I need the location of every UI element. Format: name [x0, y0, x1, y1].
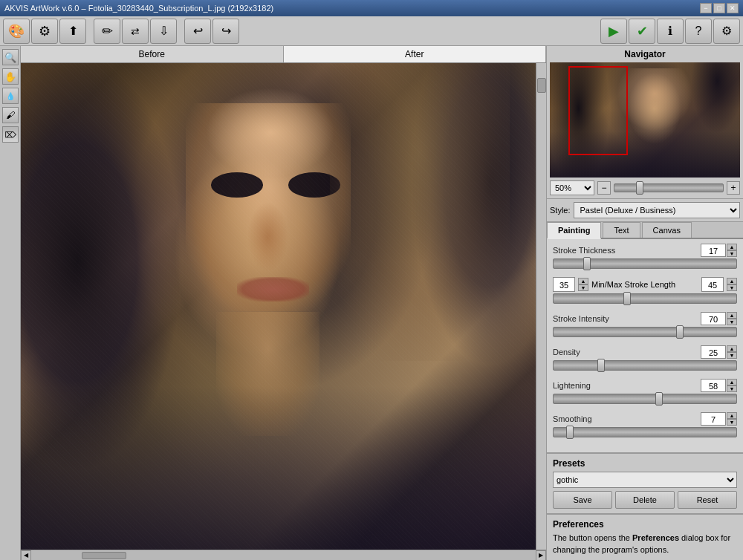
stroke-length-max-value[interactable]: 45	[701, 277, 724, 292]
zoom-tool[interactable]: 🔍	[2, 49, 19, 65]
density-value-box: 25 ▲ ▼	[701, 345, 737, 359]
canvas-viewport: ◀ ▶	[21, 63, 546, 560]
preferences-text-before: The button opens the	[553, 533, 632, 542]
reset-preset-button[interactable]: Reset	[678, 491, 737, 509]
presets-select[interactable]: gothic	[553, 472, 737, 488]
batch-button[interactable]: ⚙	[31, 19, 58, 44]
share-button[interactable]: ⬆	[59, 19, 86, 44]
check-button[interactable]: ✔	[629, 19, 655, 44]
stroke-thickness-down[interactable]: ▼	[727, 250, 737, 257]
scroll-left-arrow[interactable]: ◀	[21, 550, 31, 561]
density-value[interactable]: 25	[701, 345, 726, 359]
minmax-row: 35 ▲ ▼ Min/Max Stroke Length 45 ▲ ▼	[553, 277, 737, 292]
lightening-param: Lightening 58 ▲ ▼	[553, 379, 737, 406]
brush-button[interactable]: ✏	[94, 19, 120, 44]
density-slider[interactable]	[553, 360, 737, 371]
preferences-text: The button opens the Preferences dialog …	[553, 533, 737, 556]
presets-title: Presets	[553, 458, 737, 469]
stroke-length-min-up[interactable]: ▲	[578, 278, 588, 284]
style-label: Style:	[550, 206, 571, 215]
stroke-intensity-label: Stroke Intensity	[553, 314, 609, 323]
style-row: Style: Pastel (Deluxe / Business)	[547, 199, 743, 222]
maximize-button[interactable]: □	[713, 3, 725, 13]
eyedropper-tool[interactable]: 💧	[2, 88, 19, 104]
delete-preset-button[interactable]: Delete	[615, 491, 675, 509]
help-button[interactable]: ?	[685, 19, 712, 44]
zoom-minus-button[interactable]: −	[597, 181, 611, 195]
paint-tool[interactable]: 🖌	[2, 107, 19, 123]
save-preset-button[interactable]: Save	[553, 491, 612, 509]
titlebar-controls: − □ ✕	[700, 3, 739, 13]
stroke-intensity-spinners: ▲ ▼	[727, 312, 737, 325]
hand-tool[interactable]: ✋	[2, 68, 19, 85]
scrollbar-horizontal[interactable]: ◀ ▶	[21, 550, 546, 560]
smoothing-param: Smoothing 7 ▲ ▼	[553, 412, 737, 440]
stroke-length-max-spinners: ▲ ▼	[727, 278, 737, 291]
stroke-thickness-spinners: ▲ ▼	[727, 244, 737, 257]
stroke-intensity-value[interactable]: 70	[701, 312, 726, 325]
stroke-length-min-value[interactable]: 35	[553, 277, 575, 292]
close-button[interactable]: ✕	[727, 3, 739, 13]
eraser-tool[interactable]: ⌫	[2, 126, 19, 143]
smoothing-value[interactable]: 7	[701, 412, 726, 426]
tab-canvas[interactable]: Canvas	[642, 222, 692, 238]
stroke-intensity-up[interactable]: ▲	[727, 312, 737, 319]
presets-section: Presets gothic Save Delete Reset	[547, 452, 743, 513]
stroke-length-max-down[interactable]: ▼	[727, 284, 737, 291]
smoothing-down[interactable]: ▼	[727, 419, 737, 426]
stroke-length-param: 35 ▲ ▼ Min/Max Stroke Length 45 ▲ ▼	[553, 277, 737, 306]
stroke-length-slider[interactable]	[553, 293, 737, 304]
density-down[interactable]: ▼	[727, 352, 737, 359]
style-select[interactable]: Pastel (Deluxe / Business)	[574, 202, 740, 218]
density-up[interactable]: ▲	[727, 345, 737, 352]
canvas-tabs: Before After	[21, 46, 546, 63]
info-button[interactable]: ℹ	[657, 19, 684, 44]
navigator-title: Navigator	[550, 49, 740, 59]
tab-painting[interactable]: Painting	[547, 222, 601, 239]
settings-button[interactable]: ⚙	[713, 19, 740, 44]
toolbar: 🎨 ⚙ ⬆ ✏ ⇄ ⇩ ↩ ↪ ▶ ✔ ℹ ? ⚙	[0, 16, 743, 46]
smoothing-up[interactable]: ▲	[727, 412, 737, 419]
lightening-down[interactable]: ▼	[727, 385, 737, 392]
apply-button[interactable]: ⇩	[150, 19, 177, 44]
stroke-intensity-slider[interactable]	[553, 327, 737, 337]
stroke-length-label: Min/Max Stroke Length	[591, 280, 698, 289]
tab-before[interactable]: Before	[21, 46, 284, 62]
run-button[interactable]: ▶	[600, 19, 627, 44]
tab-text[interactable]: Text	[603, 222, 640, 238]
nav-viewport-box[interactable]	[568, 66, 628, 155]
lightening-up[interactable]: ▲	[727, 379, 737, 385]
lightening-label: Lightening	[553, 381, 591, 390]
lightening-value[interactable]: 58	[701, 379, 726, 392]
stroke-intensity-down[interactable]: ▼	[727, 319, 737, 325]
zoom-plus-button[interactable]: +	[727, 181, 740, 195]
navigator-preview	[550, 62, 740, 178]
redo-button[interactable]: ↪	[212, 19, 239, 44]
settings-content: Stroke Thickness 17 ▲ ▼ 35 ▲	[547, 239, 743, 452]
before-after-button[interactable]: ⇄	[122, 19, 149, 44]
open-button[interactable]: 🎨	[3, 19, 30, 44]
scrollbar-vertical[interactable]	[536, 63, 546, 550]
navigator: Navigator 50% 25% 75% 100%	[547, 46, 743, 199]
stroke-length-min-down[interactable]: ▼	[578, 284, 588, 291]
tab-after[interactable]: After	[284, 46, 547, 62]
preferences-section: Preferences The button opens the Prefere…	[547, 513, 743, 560]
minimize-button[interactable]: −	[700, 3, 712, 13]
smoothing-slider[interactable]	[553, 427, 737, 437]
zoom-slider[interactable]	[614, 183, 724, 192]
stroke-length-max-up[interactable]: ▲	[727, 278, 737, 284]
tools-panel: 🔍 ✋ 💧 🖌 ⌫	[0, 46, 21, 560]
undo-button[interactable]: ↩	[184, 19, 211, 44]
smoothing-value-box: 7 ▲ ▼	[701, 412, 737, 426]
canvas-image	[21, 63, 546, 560]
stroke-thickness-up[interactable]: ▲	[727, 244, 737, 250]
scroll-right-arrow[interactable]: ▶	[536, 550, 546, 561]
zoom-select[interactable]: 50% 25% 75% 100%	[550, 180, 594, 195]
lightening-slider[interactable]	[553, 394, 737, 404]
stroke-thickness-slider[interactable]	[553, 258, 737, 269]
stroke-thickness-param: Stroke Thickness 17 ▲ ▼	[553, 244, 737, 271]
titlebar: AKVIS ArtWork v.6.0 – Fotolia_30283440_S…	[0, 0, 743, 16]
smoothing-label: Smoothing	[553, 414, 592, 423]
stroke-thickness-value[interactable]: 17	[701, 244, 726, 257]
lightening-spinners: ▲ ▼	[727, 379, 737, 392]
